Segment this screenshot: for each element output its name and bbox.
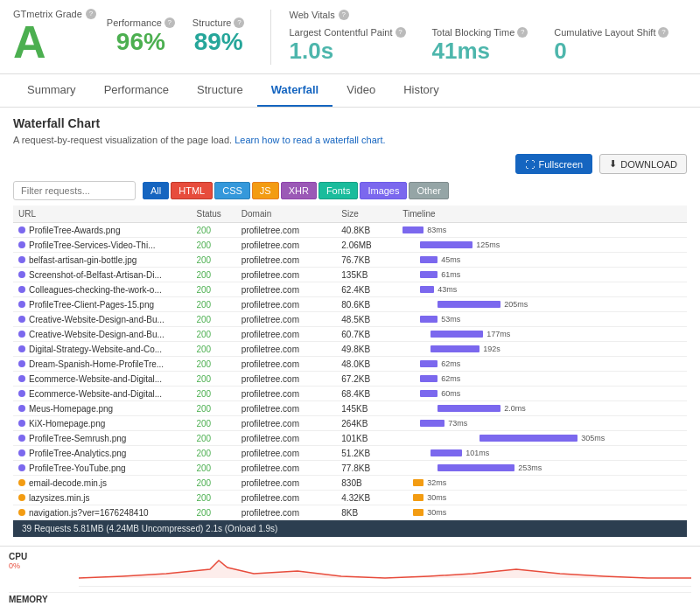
cell-domain: profiletree.com [236, 476, 336, 491]
tab-performance[interactable]: Performance [90, 74, 183, 107]
timeline-bar [420, 420, 444, 427]
structure-info-icon[interactable]: ? [234, 17, 244, 28]
filter-html[interactable]: HTML [171, 182, 213, 199]
table-row[interactable]: Creative-Website-Design-and-Bu...200prof… [13, 312, 687, 327]
cell-timeline: 32ms [397, 476, 687, 491]
cell-timeline: 61ms [397, 268, 687, 282]
table-row[interactable]: email-decode.min.js200profiletree.com830… [13, 476, 687, 491]
cell-url: navigation.js?ver=1676248410 [13, 505, 192, 520]
cell-domain: profiletree.com [236, 446, 336, 461]
table-row[interactable]: Ecommerce-Website-and-Digital...200profi… [13, 387, 687, 401]
cell-domain: profiletree.com [236, 253, 336, 268]
cell-status: 200 [192, 387, 236, 401]
table-row[interactable]: Meus-Homepage.png200profiletree.com145KB… [13, 401, 687, 416]
cell-timeline: 305ms [397, 431, 687, 446]
table-row[interactable]: Colleagues-checking-the-work-o...200prof… [13, 282, 687, 297]
table-row[interactable]: belfast-artisan-gin-bottle.jpg200profile… [13, 253, 687, 268]
table-row[interactable]: ProfileTree-Services-Video-Thi...200prof… [13, 238, 687, 253]
table-row[interactable]: ProfileTree-YouTube.png200profiletree.co… [13, 461, 687, 476]
cell-timeline: 62ms [397, 357, 687, 372]
table-row[interactable]: KiX-Homepage.png200profiletree.com264KB7… [13, 416, 687, 431]
grade-letter: A [13, 19, 96, 65]
cell-domain: profiletree.com [236, 327, 336, 342]
tab-waterfall[interactable]: Waterfall [257, 74, 332, 107]
toolbar-right: ⛶ Fullscreen ⬇ DOWNLOAD [515, 154, 687, 174]
table-row[interactable]: navigation.js?ver=1676248410200profiletr… [13, 505, 687, 520]
learn-link[interactable]: Learn how to read a waterfall chart. [234, 135, 385, 145]
timeline-label: 101ms [466, 449, 489, 457]
filter-bar: All HTML CSS JS XHR Fonts Images Other [13, 181, 687, 200]
timeline-label: 61ms [441, 270, 460, 279]
waterfall-table-wrapper: URL Status Domain Size Timeline ProfileT… [13, 205, 687, 520]
cls-info-icon[interactable]: ? [658, 27, 668, 38]
download-har-button[interactable]: ⬇ DOWNLOAD [599, 154, 687, 174]
table-row[interactable]: lazysizes.min.js200profiletree.com4.32KB… [13, 491, 687, 505]
cell-timeline: 192s [397, 342, 687, 357]
web-vitals-title: Web Vitals ? [289, 10, 687, 20]
cell-status: 200 [192, 342, 236, 357]
performance-info-icon[interactable]: ? [164, 17, 175, 28]
cell-status: 200 [192, 416, 236, 431]
cell-status: 200 [192, 372, 236, 387]
filter-other[interactable]: Other [409, 182, 449, 199]
tbt-info-icon[interactable]: ? [517, 27, 528, 38]
table-row[interactable]: Digital-Strategy-Website-and-Co...200pro… [13, 342, 687, 357]
filter-images[interactable]: Images [360, 182, 407, 199]
timeline-label: 253ms [518, 463, 542, 472]
tab-history[interactable]: History [389, 74, 452, 107]
timeline-label: 43ms [438, 285, 457, 294]
table-row[interactable]: ProfileTree-Semrush.png200profiletree.co… [13, 431, 687, 446]
cell-url: email-decode.min.js [13, 476, 192, 491]
table-row[interactable]: ProfileTree-Analytics.png200profiletree.… [13, 446, 687, 461]
col-url: URL [13, 205, 192, 223]
cell-size: 145KB [336, 401, 397, 416]
cell-size: 264KB [336, 416, 397, 431]
cell-url: ProfileTree-Awards.png [13, 223, 192, 238]
table-row[interactable]: ProfileTree-Awards.png200profiletree.com… [13, 223, 687, 238]
cell-size: 49.8KB [336, 342, 397, 357]
cell-timeline: 30ms [397, 505, 687, 520]
cell-size: 101KB [336, 431, 397, 446]
tab-structure[interactable]: Structure [183, 74, 257, 107]
timeline-bar [420, 360, 438, 367]
table-row[interactable]: Creative-Website-Design-and-Bu...200prof… [13, 327, 687, 342]
table-row[interactable]: Ecommerce-Website-and-Digital...200profi… [13, 372, 687, 387]
cpu-pct: 0% [9, 561, 79, 570]
lcp-info-icon[interactable]: ? [396, 27, 406, 38]
timeline-label: 305ms [581, 434, 605, 442]
filter-js[interactable]: JS [252, 182, 279, 199]
filter-all[interactable]: All [143, 182, 169, 199]
cell-status: 200 [192, 401, 236, 416]
filter-xhr[interactable]: XHR [281, 182, 317, 199]
table-row[interactable]: ProfileTree-Client-Pages-15.png200profil… [13, 297, 687, 312]
gtmetrix-grade-section: GTmetrix Grade ? A Performance ? 96% Str… [13, 9, 244, 65]
perf-divider [9, 592, 691, 593]
memory-label-col: MEMORY ≥70 MB [9, 595, 79, 606]
table-row[interactable]: Dream-Spanish-Home-ProfileTre...200profi… [13, 357, 687, 372]
cpu-label: CPU [9, 552, 79, 561]
row-icon [18, 226, 25, 233]
table-row[interactable]: Screenshot-of-Belfast-Artisan-Di...200pr… [13, 268, 687, 282]
filter-fonts[interactable]: Fonts [318, 182, 359, 199]
tab-summary[interactable]: Summary [13, 74, 90, 107]
web-vitals-info-icon[interactable]: ? [339, 10, 349, 20]
filter-buttons: All HTML CSS JS XHR Fonts Images Other [143, 182, 449, 199]
filter-css[interactable]: CSS [214, 182, 250, 199]
tab-video[interactable]: Video [332, 74, 389, 107]
timeline-label: 205ms [504, 300, 528, 309]
row-icon [18, 241, 25, 248]
timeline-bar [420, 271, 438, 278]
row-icon [18, 509, 25, 516]
lcp-value: 1.0s [289, 38, 405, 65]
fullscreen-button[interactable]: ⛶ Fullscreen [515, 154, 592, 174]
timeline-bar [420, 256, 438, 263]
cell-size: 2.06MB [336, 238, 397, 253]
filter-input[interactable] [13, 181, 136, 200]
timeline-bar [420, 316, 438, 323]
cell-domain: profiletree.com [236, 342, 336, 357]
row-icon [18, 494, 25, 501]
cell-status: 200 [192, 476, 236, 491]
cell-domain: profiletree.com [236, 223, 336, 238]
tbt-label: Total Blocking Time ? [432, 27, 528, 38]
grade-info-icon[interactable]: ? [86, 9, 96, 19]
